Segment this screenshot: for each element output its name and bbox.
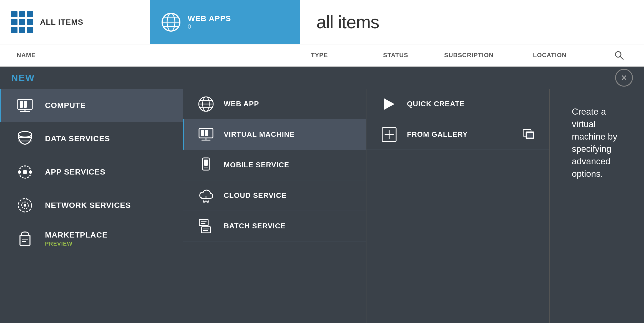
all-items-section[interactable]: ALL ITEMS bbox=[0, 0, 150, 44]
panels: COMPUTE DATA SERVICES bbox=[0, 89, 644, 323]
service-label-mobile-service: MOBILE SERVICE bbox=[224, 161, 289, 169]
service-item-virtual-machine[interactable]: VIRTUAL MACHINE bbox=[183, 119, 366, 150]
action-panel: QUICK CREATE FROM GALLERY bbox=[366, 89, 550, 323]
category-label-network-services: NETWORK SERVICES bbox=[45, 201, 131, 210]
category-label-marketplace: MARKETPLACE bbox=[45, 231, 108, 239]
col-status: STATUS bbox=[383, 52, 444, 59]
web-apps-icon bbox=[161, 12, 181, 32]
service-item-cloud-service[interactable]: CLOUD SERVICE bbox=[183, 180, 366, 211]
compute-icon bbox=[15, 95, 35, 115]
web-apps-section[interactable]: WEB APPS 0 bbox=[150, 0, 300, 44]
svg-rect-44 bbox=[202, 227, 210, 233]
col-search[interactable] bbox=[611, 50, 627, 60]
network-services-icon bbox=[15, 195, 35, 215]
right-panels: QUICK CREATE FROM GALLERY bbox=[366, 89, 644, 323]
virtual-machine-icon bbox=[197, 126, 215, 143]
category-label-app-services: APP SERVICES bbox=[45, 168, 105, 176]
svg-point-12 bbox=[18, 132, 32, 137]
action-label-from-gallery: FROM GALLERY bbox=[407, 130, 468, 139]
description-panel: Create a virtual machine by specifying a… bbox=[550, 89, 644, 323]
svg-rect-8 bbox=[20, 101, 23, 108]
svg-point-39 bbox=[205, 196, 207, 198]
svg-marker-47 bbox=[384, 98, 394, 110]
col-name: NAME bbox=[17, 52, 311, 59]
all-items-label: ALL ITEMS bbox=[40, 18, 83, 27]
table-header: NAME TYPE STATUS SUBSCRIPTION LOCATION bbox=[0, 44, 644, 67]
action-label-quick-create: QUICK CREATE bbox=[407, 100, 465, 108]
col-subscription: SUBSCRIPTION bbox=[444, 52, 533, 59]
web-app-icon bbox=[197, 95, 215, 113]
mobile-service-icon bbox=[197, 156, 215, 174]
web-apps-count: 0 bbox=[188, 23, 231, 30]
cloud-service-icon bbox=[197, 187, 215, 205]
data-services-icon bbox=[15, 129, 35, 149]
service-label-batch-service: BATCH SERVICE bbox=[224, 222, 286, 230]
service-item-mobile-service[interactable]: MOBILE SERVICE bbox=[183, 150, 366, 180]
marketplace-icon bbox=[15, 229, 35, 249]
new-bar: NEW × bbox=[0, 67, 644, 89]
col-type: TYPE bbox=[311, 52, 383, 59]
marketplace-text: MARKETPLACE PREVIEW bbox=[45, 231, 108, 247]
middle-panel: WEB APP VIRTUAL MACHINE bbox=[183, 89, 366, 323]
service-label-virtual-machine: VIRTUAL MACHINE bbox=[224, 130, 295, 139]
description-text: Create a virtual machine by specifying a… bbox=[572, 105, 622, 180]
action-item-quick-create[interactable]: QUICK CREATE bbox=[366, 89, 549, 119]
top-bar: ALL ITEMS WEB APPS 0 all items bbox=[0, 0, 644, 44]
from-gallery-icon bbox=[380, 126, 398, 143]
category-item-marketplace[interactable]: MARKETPLACE PREVIEW bbox=[0, 222, 183, 255]
svg-rect-22 bbox=[20, 235, 30, 245]
main-area: NEW × COMPUTE bbox=[0, 67, 644, 323]
new-label: NEW bbox=[11, 72, 35, 83]
category-item-app-services[interactable]: APP SERVICES bbox=[0, 155, 183, 189]
svg-rect-41 bbox=[199, 219, 208, 226]
action-item-from-gallery[interactable]: FROM GALLERY bbox=[366, 119, 549, 150]
left-panel: COMPUTE DATA SERVICES bbox=[0, 89, 183, 323]
svg-point-18 bbox=[29, 170, 32, 174]
category-item-network-services[interactable]: NETWORK SERVICES bbox=[0, 189, 183, 222]
service-label-cloud-service: CLOUD SERVICE bbox=[224, 191, 286, 200]
svg-rect-37 bbox=[204, 160, 208, 166]
close-icon: × bbox=[621, 73, 627, 83]
svg-rect-9 bbox=[24, 101, 27, 108]
svg-point-16 bbox=[23, 170, 27, 174]
web-apps-text: WEB APPS 0 bbox=[188, 14, 231, 30]
svg-rect-31 bbox=[201, 130, 204, 136]
svg-rect-32 bbox=[205, 130, 208, 136]
from-gallery-extra bbox=[522, 127, 535, 142]
svg-line-6 bbox=[620, 56, 623, 59]
page-title: all items bbox=[316, 12, 379, 32]
service-item-web-app[interactable]: WEB APP bbox=[183, 89, 366, 119]
app-services-icon bbox=[15, 162, 35, 182]
quick-create-icon bbox=[380, 95, 398, 113]
svg-point-17 bbox=[18, 170, 21, 174]
batch-service-icon bbox=[197, 217, 215, 235]
web-apps-title: WEB APPS bbox=[188, 14, 231, 23]
category-label-compute: COMPUTE bbox=[45, 101, 86, 110]
all-items-icon bbox=[11, 11, 33, 33]
marketplace-sublabel: PREVIEW bbox=[45, 241, 108, 247]
service-item-batch-service[interactable]: BATCH SERVICE bbox=[183, 211, 366, 241]
category-label-data-services: DATA SERVICES bbox=[45, 134, 110, 143]
service-label-web-app: WEB APP bbox=[224, 100, 259, 108]
svg-rect-53 bbox=[527, 132, 533, 138]
close-button[interactable]: × bbox=[615, 69, 633, 87]
top-bar-right: all items bbox=[300, 0, 644, 44]
category-item-data-services[interactable]: DATA SERVICES bbox=[0, 122, 183, 155]
category-item-compute[interactable]: COMPUTE bbox=[0, 89, 183, 122]
col-location: LOCATION bbox=[533, 52, 611, 59]
svg-point-21 bbox=[24, 204, 26, 207]
